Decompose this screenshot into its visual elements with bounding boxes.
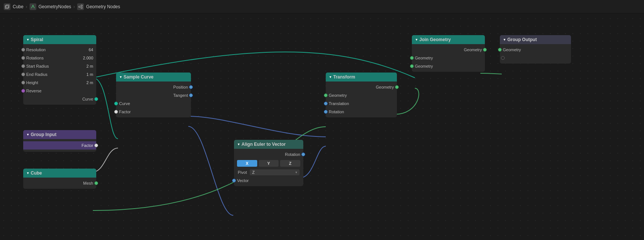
spiral-endradius-socket[interactable] — [21, 73, 25, 76]
sample-curve-tangent-socket[interactable] — [189, 93, 193, 97]
group-input-row-factor: Factor — [23, 141, 96, 150]
align-euler-title: Align Euler to Vector — [242, 142, 286, 147]
spiral-row-rotations: Rotations 2.000 — [23, 54, 96, 62]
group-input-collapse[interactable]: ▾ — [27, 133, 29, 136]
align-euler-body: Rotation X Y Z Pivot Z ▾ Vector — [234, 149, 303, 186]
modifier-icon — [30, 3, 36, 10]
spiral-row-startradius: Start Radius 2 m — [23, 62, 96, 70]
topbar: Cube › GeometryNodes › Geometry Nodes — [0, 0, 644, 13]
spiral-row-endradius: End Radius 1 m — [23, 70, 96, 79]
align-euler-y-button[interactable]: Y — [259, 160, 279, 167]
align-euler-x-button[interactable]: X — [237, 160, 257, 167]
group-output-geometry-socket[interactable] — [498, 48, 502, 52]
join-geometry-row-in2: Geometry — [412, 62, 485, 70]
join-geometry-in1-socket[interactable] — [410, 56, 414, 60]
svg-point-4 — [81, 7, 82, 9]
spiral-resolution-socket[interactable] — [21, 48, 25, 52]
spiral-height-socket[interactable] — [21, 81, 25, 84]
transform-header[interactable]: ▾ Transform — [326, 73, 397, 81]
sample-curve-row-position: Position — [116, 83, 191, 91]
group-input-node: ▾ Group Input Factor — [23, 130, 96, 152]
join-geometry-out-socket[interactable] — [483, 48, 487, 52]
cube-header[interactable]: ▾ Cube — [23, 169, 96, 178]
transform-rotation-socket[interactable] — [324, 110, 328, 114]
group-input-title: Group Input — [31, 132, 57, 137]
cube-breadcrumb[interactable]: Cube — [13, 4, 24, 9]
svg-point-2 — [79, 6, 80, 7]
sample-curve-header[interactable]: ▾ Sample Curve — [116, 73, 191, 81]
cube-collapse[interactable]: ▾ — [27, 171, 29, 175]
join-geometry-title: Join Geometry — [419, 37, 451, 42]
cube-row-mesh: Mesh — [23, 179, 96, 187]
sample-curve-position-socket[interactable] — [189, 85, 193, 89]
spiral-curve-out-socket[interactable] — [94, 97, 98, 101]
group-output-row-geometry: Geometry — [500, 46, 571, 54]
align-euler-z-button[interactable]: Z — [280, 160, 300, 167]
transform-row-geometry-out: Geometry — [326, 83, 397, 91]
sample-curve-factor-socket[interactable] — [114, 110, 118, 114]
svg-point-3 — [81, 5, 82, 6]
spiral-reverse-socket[interactable] — [21, 89, 25, 93]
node-canvas[interactable]: ▾ Spiral Resolution 64 Rotations 2.000 S… — [0, 13, 644, 240]
transform-row-rotation: Rotation — [326, 108, 397, 116]
join-geometry-body: Geometry Geometry Geometry — [412, 44, 485, 72]
join-geometry-row-out: Geometry — [412, 46, 485, 54]
group-input-factor-socket[interactable] — [94, 144, 98, 147]
geonodes-modifier-breadcrumb[interactable]: GeometryNodes — [39, 4, 71, 9]
sample-curve-title: Sample Curve — [124, 74, 154, 80]
spiral-row-resolution: Resolution 64 — [23, 46, 96, 54]
transform-collapse[interactable]: ▾ — [329, 75, 331, 79]
spiral-title: Spiral — [31, 37, 43, 42]
spiral-rotations-socket[interactable] — [21, 56, 25, 60]
align-euler-row-rotation-out: Rotation — [234, 150, 303, 159]
group-output-node: ▾ Group Output Geometry — [500, 35, 571, 64]
join-geometry-node: ▾ Join Geometry Geometry Geometry Geomet… — [412, 35, 485, 72]
spiral-node-header[interactable]: ▾ Spiral — [23, 35, 96, 44]
sample-curve-row-factor-in: Factor — [116, 108, 191, 116]
spiral-startradius-socket[interactable] — [21, 64, 25, 68]
spiral-node: ▾ Spiral Resolution 64 Rotations 2.000 S… — [23, 35, 96, 105]
align-euler-collapse[interactable]: ▾ — [238, 142, 240, 146]
spiral-collapse[interactable]: ▾ — [27, 38, 29, 41]
spiral-row-reverse: Reverse — [23, 87, 96, 95]
align-euler-row-vector-in: Vector — [234, 176, 303, 185]
group-output-row-empty — [500, 54, 571, 62]
sample-curve-body: Position Tangent Curve Factor — [116, 81, 191, 117]
breadcrumb-sep1: › — [26, 4, 27, 9]
transform-geometry-out-socket[interactable] — [395, 85, 399, 89]
align-euler-node: ▾ Align Euler to Vector Rotation X Y Z P… — [234, 140, 303, 186]
join-geometry-row-in1: Geometry — [412, 54, 485, 62]
group-output-title: Group Output — [507, 37, 537, 42]
group-output-empty-socket[interactable] — [501, 56, 505, 60]
group-input-header[interactable]: ▾ Group Input — [23, 130, 96, 139]
align-euler-vector-socket[interactable] — [232, 179, 236, 182]
group-output-header[interactable]: ▾ Group Output — [500, 35, 571, 44]
align-euler-pivot-label: Pivot — [238, 170, 247, 175]
sample-curve-row-tangent: Tangent — [116, 91, 191, 99]
group-output-collapse[interactable]: ▾ — [504, 38, 505, 41]
transform-body: Geometry Geometry Translation Rotation — [326, 81, 397, 117]
cube-mesh-socket[interactable] — [94, 181, 98, 185]
transform-translation-socket[interactable] — [324, 102, 328, 105]
cube-node: ▾ Cube Mesh — [23, 169, 96, 189]
align-euler-header[interactable]: ▾ Align Euler to Vector — [234, 140, 303, 149]
svg-rect-0 — [5, 6, 8, 9]
join-geometry-in2-socket[interactable] — [410, 64, 414, 68]
sample-curve-collapse[interactable]: ▾ — [120, 75, 122, 79]
join-geometry-collapse[interactable]: ▾ — [416, 38, 417, 41]
align-euler-pivot-row: Pivot Z ▾ — [234, 168, 303, 176]
sample-curve-row-curve-in: Curve — [116, 99, 191, 108]
align-euler-pivot-dropdown[interactable]: Z ▾ — [250, 169, 300, 175]
transform-row-translation: Translation — [326, 99, 397, 108]
transform-row-geometry-in: Geometry — [326, 91, 397, 99]
transform-geometry-in-socket[interactable] — [324, 93, 328, 97]
align-euler-pivot-chevron: ▾ — [295, 170, 297, 174]
join-geometry-header[interactable]: ▾ Join Geometry — [412, 35, 485, 44]
group-output-body: Geometry — [500, 44, 571, 64]
cube-icon — [4, 3, 10, 10]
geonodes-breadcrumb[interactable]: Geometry Nodes — [86, 4, 120, 9]
align-euler-rotation-socket[interactable] — [301, 153, 305, 156]
transform-node: ▾ Transform Geometry Geometry Translatio… — [326, 73, 397, 117]
sample-curve-curve-socket[interactable] — [114, 102, 118, 105]
svg-rect-1 — [6, 5, 9, 8]
